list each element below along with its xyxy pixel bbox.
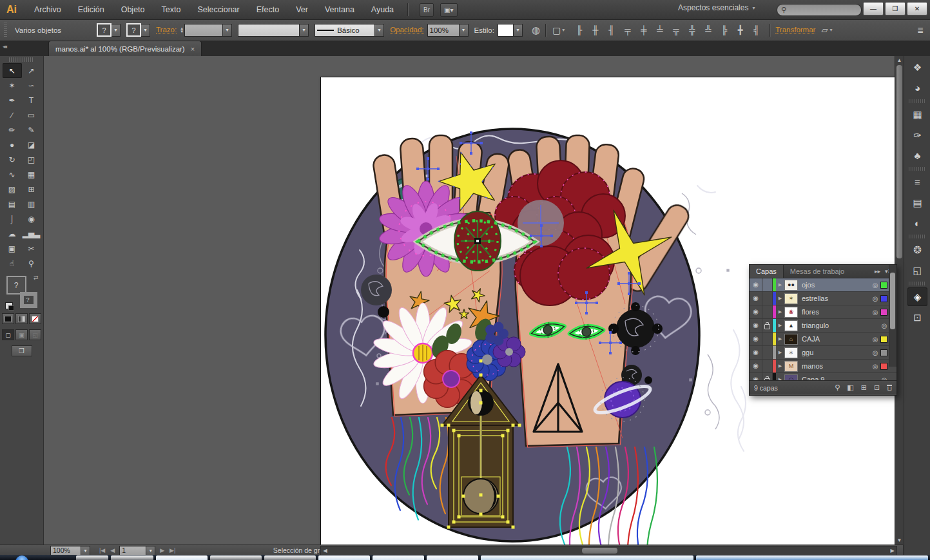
blend-tool[interactable]: ◉ [22, 211, 41, 226]
new-layer-icon[interactable]: ⊡ [874, 383, 880, 392]
fill-stroke-proxy[interactable]: ? ? ⇄ [5, 276, 39, 308]
lock-cell[interactable] [762, 373, 773, 380]
distribute-horizontal-center-icon[interactable]: ╋ [735, 25, 746, 35]
stroke-style-dropdown[interactable]: Básico ▾ [315, 24, 384, 37]
lasso-tool[interactable]: ∽ [22, 78, 41, 93]
expand-triangle-icon[interactable]: ▶ [776, 377, 784, 380]
select-similar-dropdown[interactable]: ▢ ▾ [552, 25, 565, 35]
document-setup-icon[interactable]: ◍ [532, 24, 540, 36]
expand-triangle-icon[interactable]: ▶ [776, 296, 784, 301]
transform-options-dropdown[interactable]: ▱ ▾ [821, 25, 832, 35]
visibility-eye-icon[interactable]: ◉ [750, 346, 762, 359]
taskbar-app-button[interactable] [318, 555, 370, 560]
perspective-grid-tool[interactable]: ⊞ [22, 182, 41, 197]
gradient-tool[interactable]: ▥ [22, 197, 41, 211]
symbol-sprayer-tool[interactable]: ☁ [3, 226, 22, 241]
transparency-panel-icon[interactable]: ◐ [907, 214, 927, 233]
layer-row-ojos[interactable]: ◉▶●●ojos◎ [750, 278, 896, 292]
none-mode-button[interactable] [29, 313, 41, 324]
taskbar-app-button[interactable] [210, 555, 262, 560]
paintbrush-tool[interactable]: ✏ [3, 122, 22, 137]
layer-row-caja[interactable]: ◉▶⌂CAJA◎ [750, 333, 896, 346]
layer-name[interactable]: triangulo [798, 322, 879, 329]
artboard-tool[interactable]: ▣ [3, 241, 22, 256]
rectangle-tool[interactable]: ▭ [22, 108, 41, 122]
target-circle-icon[interactable]: ◎ [870, 363, 880, 370]
collapse-panel-icon[interactable]: ▸▸ [875, 268, 880, 275]
distribute-left-icon[interactable]: ╠ [719, 25, 730, 35]
expand-triangle-icon[interactable]: ▶ [776, 323, 784, 328]
last-artboard-button[interactable]: ▶| [170, 547, 175, 554]
stroke-panel-icon[interactable]: ≡ [907, 173, 927, 191]
layer-name[interactable]: ggu [798, 349, 870, 356]
swatches-panel-icon[interactable]: ▦ [907, 105, 927, 124]
mesh-tool[interactable]: ▤ [3, 197, 22, 211]
first-artboard-button[interactable]: |◀ [99, 547, 105, 554]
lock-cell[interactable] [762, 319, 773, 332]
menu-objeto[interactable]: Objeto [113, 0, 153, 19]
layer-name[interactable]: CAJA [798, 335, 870, 343]
align-vertical-center-icon[interactable]: ╪ [638, 25, 649, 35]
taskbar-app-button[interactable] [111, 555, 153, 560]
layer-row-capa-9[interactable]: ◉▶◠Capa 9◎ [750, 373, 896, 380]
default-fill-stroke-icon[interactable] [5, 302, 13, 309]
menu-seleccionar[interactable]: Seleccionar [189, 0, 247, 19]
stroke-color-dropdown[interactable]: ?▾ [126, 23, 150, 37]
layers-panel-icon[interactable]: ◈ [907, 287, 927, 306]
brushes-panel-icon[interactable]: ✑ [907, 126, 927, 144]
distribute-top-icon[interactable]: ╦ [670, 25, 681, 35]
taskbar-app-button[interactable] [76, 555, 108, 560]
previous-artboard-button[interactable]: ◀ [110, 547, 115, 554]
visibility-eye-icon[interactable]: ◉ [750, 319, 762, 332]
visibility-eye-icon[interactable]: ◉ [750, 278, 762, 291]
artboard-number-field[interactable]: 1 [119, 546, 146, 555]
target-circle-icon[interactable]: ◎ [879, 322, 889, 329]
visibility-eye-icon[interactable]: ◉ [750, 333, 762, 345]
expand-triangle-icon[interactable]: ▶ [776, 350, 784, 355]
gradient-panel-icon[interactable]: ▤ [907, 193, 927, 212]
direct-selection-tool[interactable]: ↗ [22, 63, 41, 78]
scale-tool[interactable]: ◰ [22, 152, 41, 167]
layer-name[interactable]: Capa 9 [798, 376, 879, 380]
control-panel-menu-icon[interactable]: ≣ [917, 26, 924, 35]
eyedropper-tool[interactable]: ⌡ [3, 211, 22, 226]
blob-brush-tool[interactable]: ● [3, 137, 22, 152]
expand-triangle-icon[interactable]: ▶ [776, 363, 784, 369]
width-tool[interactable]: ∿ [3, 167, 22, 182]
appearance-panel-icon[interactable]: ❂ [907, 240, 927, 259]
vertical-scroll-thumb[interactable] [896, 65, 902, 258]
delete-layer-icon[interactable]: ⊔ [887, 385, 892, 391]
layer-name[interactable]: flores [798, 308, 870, 316]
draw-normal-button[interactable]: ▢ [2, 329, 14, 340]
menu-efecto[interactable]: Efecto [248, 0, 287, 19]
stroke-weight-value[interactable] [184, 24, 223, 37]
lock-cell[interactable] [762, 333, 773, 345]
distribute-right-icon[interactable]: ╣ [751, 25, 762, 35]
visibility-eye-icon[interactable]: ◉ [750, 305, 762, 318]
search-input[interactable]: ⚲ [777, 4, 862, 16]
type-tool[interactable]: T [22, 93, 41, 108]
collapse-panels-icon[interactable]: ◂◂ [3, 43, 6, 50]
new-sublayer-icon[interactable]: ⊞ [861, 383, 867, 392]
draw-behind-button[interactable]: ▣ [15, 329, 28, 340]
shape-builder-tool[interactable]: ▨ [3, 182, 22, 197]
align-vertical-top-icon[interactable]: ╤ [622, 25, 633, 35]
taskbar-app-button[interactable] [156, 555, 208, 560]
zoom-tool[interactable]: ⚲ [22, 256, 41, 271]
symbols-panel-icon[interactable]: ♣ [907, 146, 927, 165]
opacity-value[interactable]: 100% [427, 24, 460, 37]
menu-ayuda[interactable]: Ayuda [363, 0, 402, 19]
windows-taskbar[interactable] [0, 555, 930, 560]
magic-wand-tool[interactable]: ✶ [3, 78, 22, 93]
layer-name[interactable]: estrellas [798, 294, 870, 302]
workspace-switcher[interactable]: Aspectos esenciales ▾ [678, 3, 755, 12]
visibility-eye-icon[interactable]: ◉ [750, 292, 762, 305]
color-guide-panel-icon[interactable]: ◕ [907, 79, 927, 97]
expand-triangle-icon[interactable]: ▶ [776, 336, 784, 342]
expand-triangle-icon[interactable]: ▶ [776, 309, 784, 314]
stroke-panel-link[interactable]: Trazo: [156, 26, 177, 34]
fill-color-dropdown[interactable]: ?▾ [97, 23, 121, 37]
tab-capas[interactable]: Capas [750, 265, 784, 278]
lock-cell[interactable] [762, 346, 773, 359]
make-clipping-mask-icon[interactable]: ◧ [847, 383, 853, 392]
